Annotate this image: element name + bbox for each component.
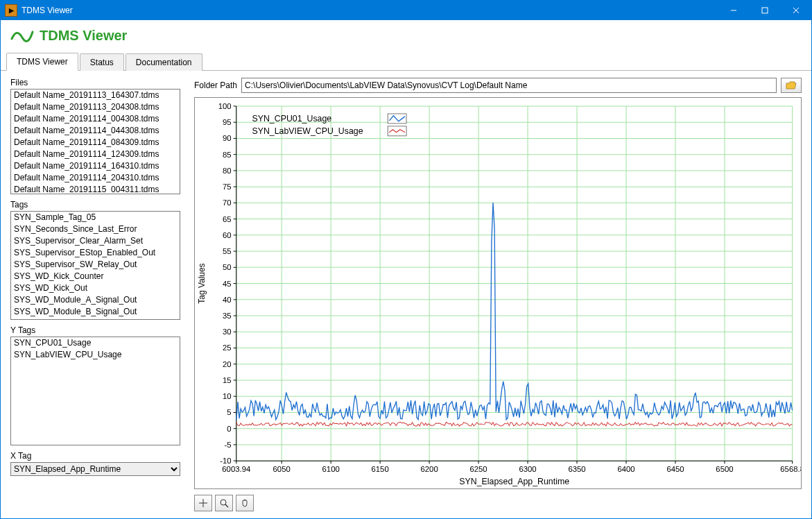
- right-column: Folder Path -10-505101520253035404550556…: [194, 78, 802, 511]
- xtag-select[interactable]: SYN_Elapsed_App_Runtime: [10, 462, 180, 476]
- wave-icon: [10, 25, 34, 46]
- close-icon: [793, 7, 800, 14]
- list-item[interactable]: SYS_Supervisor_EStop_Enabled_Out: [11, 247, 180, 259]
- list-item[interactable]: SYN_Seconds_Since_Last_Error: [11, 223, 180, 235]
- svg-text:-5: -5: [224, 441, 231, 449]
- left-column: Files Default Name_20191113_164307.tdmsD…: [10, 78, 180, 511]
- list-item[interactable]: Default Name_20191113_204308.tdms: [11, 101, 180, 113]
- list-item[interactable]: SYN_LabVIEW_CPU_Usage: [11, 349, 180, 361]
- xtag-group: X Tag SYN_Elapsed_App_Runtime: [10, 451, 180, 476]
- svg-text:30: 30: [223, 327, 232, 336]
- list-item[interactable]: Default Name_20191114_004308.tdms: [11, 113, 180, 125]
- svg-text:6050: 6050: [273, 465, 291, 473]
- files-listbox[interactable]: Default Name_20191113_164307.tdmsDefault…: [10, 89, 180, 194]
- svg-text:SYN_Elapsed_App_Runtime: SYN_Elapsed_App_Runtime: [459, 477, 569, 486]
- svg-text:10: 10: [223, 392, 232, 400]
- window-title: TDMS Viewer: [21, 6, 718, 15]
- files-group: Files Default Name_20191113_164307.tdmsD…: [10, 78, 180, 194]
- app-window: ▶ TDMS Viewer TDMS Viewer TDMS Viewer St…: [0, 0, 812, 519]
- zoom-tool-button[interactable]: [215, 495, 233, 511]
- close-button[interactable]: [780, 1, 811, 20]
- svg-text:0: 0: [227, 425, 231, 433]
- files-label: Files: [10, 78, 180, 87]
- svg-point-119: [221, 500, 226, 505]
- svg-text:45: 45: [223, 280, 232, 288]
- minimize-icon: [730, 7, 737, 14]
- svg-text:6568.8: 6568.8: [780, 465, 801, 473]
- xtag-label: X Tag: [10, 451, 180, 461]
- tab-status[interactable]: Status: [80, 53, 124, 71]
- maximize-icon: [761, 7, 768, 14]
- minimize-button[interactable]: [718, 1, 749, 20]
- list-item[interactable]: Default Name_20191113_164307.tdms: [11, 90, 180, 101]
- svg-text:95: 95: [223, 118, 232, 126]
- list-item[interactable]: SYN_Sample_Tag_05: [11, 212, 180, 223]
- browse-button[interactable]: [781, 78, 802, 93]
- list-item[interactable]: Default Name_20191114_044308.tdms: [11, 125, 180, 137]
- list-item[interactable]: Default Name_20191114_124309.tdms: [11, 148, 180, 160]
- svg-text:Tag Values: Tag Values: [197, 263, 207, 303]
- svg-line-120: [225, 504, 228, 507]
- titlebar: ▶ TDMS Viewer: [1, 1, 811, 20]
- list-item[interactable]: SYS_WD_Reset_Out: [11, 318, 180, 320]
- list-item[interactable]: Default Name_20191114_164310.tdms: [11, 160, 180, 172]
- crosshair-tool-button[interactable]: [194, 495, 212, 511]
- list-item[interactable]: SYS_Supervisor_Clear_Alarm_Set: [11, 235, 180, 247]
- ytags-label: Y Tags: [10, 325, 180, 335]
- ytags-group: Y Tags SYN_CPU01_UsageSYN_LabVIEW_CPU_Us…: [10, 325, 180, 445]
- svg-text:25: 25: [223, 344, 232, 352]
- folder-path-label: Folder Path: [194, 80, 237, 90]
- list-item[interactable]: Default Name_20191114_084309.tdms: [11, 137, 180, 148]
- pan-tool-button[interactable]: [236, 495, 254, 511]
- list-item[interactable]: SYS_WD_Kick_Out: [11, 282, 180, 294]
- svg-text:6450: 6450: [666, 465, 684, 473]
- folder-path-input[interactable]: [241, 78, 777, 93]
- svg-text:6003.94: 6003.94: [222, 465, 250, 473]
- svg-text:85: 85: [223, 151, 232, 159]
- app-header: TDMS Viewer: [1, 20, 811, 51]
- list-item[interactable]: SYS_WD_Module_B_Signal_Out: [11, 306, 180, 318]
- list-item[interactable]: SYN_CPU01_Usage: [11, 337, 180, 349]
- svg-text:5: 5: [227, 409, 231, 417]
- svg-text:50: 50: [223, 263, 232, 271]
- list-item[interactable]: Default Name_20191115_004311.tdms: [11, 184, 180, 194]
- hand-icon: [240, 498, 250, 508]
- svg-rect-1: [762, 8, 768, 13]
- list-item[interactable]: SYS_WD_Kick_Counter: [11, 271, 180, 282]
- tab-tdms-viewer[interactable]: TDMS Viewer: [6, 53, 78, 71]
- svg-text:SYN_CPU01_Usage: SYN_CPU01_Usage: [252, 114, 331, 124]
- svg-text:-10: -10: [220, 457, 231, 465]
- maximize-button[interactable]: [749, 1, 780, 20]
- list-item[interactable]: SYS_WD_Module_A_Signal_Out: [11, 294, 180, 306]
- svg-text:40: 40: [223, 296, 232, 304]
- list-item[interactable]: SYS_Supervisor_SW_Relay_Out: [11, 259, 180, 271]
- chart-container: -10-505101520253035404550556065707580859…: [194, 97, 802, 489]
- svg-text:6400: 6400: [617, 465, 634, 473]
- tab-documentation[interactable]: Documentation: [126, 53, 202, 71]
- svg-text:15: 15: [223, 376, 232, 384]
- ytags-listbox[interactable]: SYN_CPU01_UsageSYN_LabVIEW_CPU_Usage: [10, 337, 180, 445]
- app-logo: TDMS Viewer: [10, 25, 127, 46]
- svg-text:20: 20: [223, 360, 232, 368]
- app-icon: ▶: [5, 4, 17, 17]
- svg-text:35: 35: [223, 312, 232, 320]
- svg-text:90: 90: [223, 135, 232, 143]
- svg-text:70: 70: [223, 199, 232, 207]
- app-name: TDMS Viewer: [40, 28, 127, 44]
- main-body: Files Default Name_20191113_164307.tdmsD…: [1, 71, 811, 518]
- svg-text:80: 80: [223, 167, 232, 175]
- svg-text:55: 55: [223, 247, 232, 255]
- svg-text:6100: 6100: [322, 465, 340, 473]
- svg-text:6500: 6500: [716, 465, 733, 473]
- tags-label: Tags: [10, 200, 180, 210]
- svg-text:100: 100: [218, 102, 232, 110]
- tabstrip: TDMS Viewer Status Documentation: [1, 51, 811, 71]
- chart-toolbar: [194, 493, 802, 511]
- tags-listbox[interactable]: SYN_Sample_Tag_05SYN_Seconds_Since_Last_…: [10, 211, 180, 320]
- svg-text:65: 65: [223, 215, 232, 223]
- crosshair-icon: [198, 498, 208, 508]
- svg-text:6150: 6150: [372, 465, 389, 473]
- list-item[interactable]: Default Name_20191114_204310.tdms: [11, 172, 180, 184]
- svg-text:60: 60: [223, 231, 232, 239]
- chart[interactable]: -10-505101520253035404550556065707580859…: [195, 98, 801, 488]
